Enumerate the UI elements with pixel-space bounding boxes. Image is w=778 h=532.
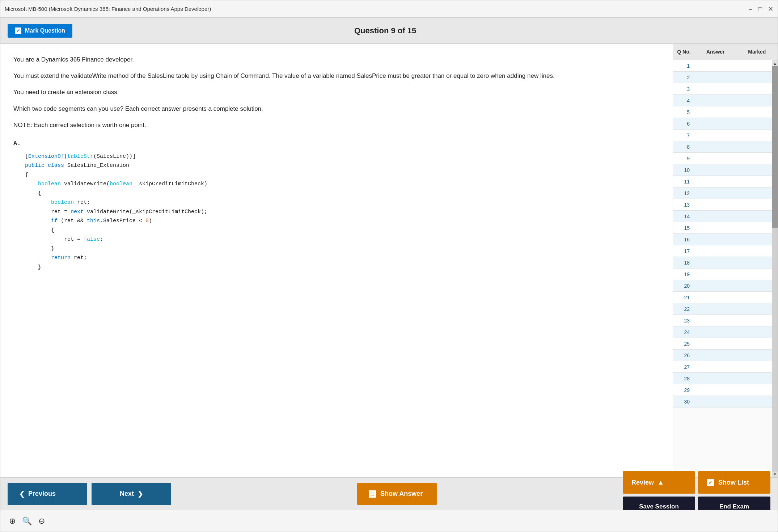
- zoom-out-icon[interactable]: ⊖: [38, 516, 45, 526]
- list-item[interactable]: 14: [673, 211, 772, 222]
- list-item[interactable]: 20: [673, 280, 772, 292]
- list-item[interactable]: 4: [673, 95, 772, 106]
- code-line-7: ret = next validateWrite(_skipCreditLimi…: [25, 207, 660, 217]
- zoom-bar: ⊕ 🔍 ⊖: [0, 510, 778, 532]
- code-line-8: if (ret && this.SalesPrice < 0): [25, 216, 660, 226]
- list-item[interactable]: 30: [673, 396, 772, 408]
- q-num: 4: [673, 98, 695, 104]
- list-item[interactable]: 8: [673, 141, 772, 153]
- zoom-in-icon[interactable]: ⊕: [9, 516, 16, 526]
- list-item[interactable]: 26: [673, 350, 772, 361]
- next-arrow-icon: ❯: [138, 490, 143, 498]
- list-item[interactable]: 22: [673, 303, 772, 315]
- list-item[interactable]: 6: [673, 118, 772, 130]
- list-item[interactable]: 9: [673, 153, 772, 164]
- q-num: 22: [673, 306, 695, 312]
- show-answer-checkbox-icon: □: [369, 490, 376, 498]
- list-item[interactable]: 29: [673, 384, 772, 396]
- app-window: Microsoft MB-500 (Microsoft Dynamics 365…: [0, 0, 778, 532]
- list-item[interactable]: 7: [673, 130, 772, 141]
- question-para-3: You need to create an extension class.: [13, 87, 660, 97]
- code-line-9: {: [25, 226, 660, 235]
- previous-label: Previous: [28, 490, 56, 498]
- q-num: 19: [673, 271, 695, 277]
- list-item[interactable]: 10: [673, 164, 772, 176]
- q-num: 21: [673, 295, 695, 300]
- right-scrollbar[interactable]: ▲ ▼: [772, 60, 778, 477]
- code-line-5: {: [25, 189, 660, 198]
- question-area: You are a Dynamics 365 Finance developer…: [0, 44, 673, 477]
- previous-button[interactable]: ❮ Previous: [8, 483, 87, 505]
- q-num: 9: [673, 156, 695, 161]
- q-num: 18: [673, 260, 695, 266]
- list-item[interactable]: 12: [673, 187, 772, 199]
- list-item[interactable]: 25: [673, 338, 772, 350]
- q-num: 5: [673, 109, 695, 115]
- main-content: You are a Dynamics 365 Finance developer…: [0, 44, 778, 477]
- scroll-track[interactable]: [772, 66, 778, 472]
- end-exam-label: End Exam: [719, 503, 749, 510]
- zoom-normal-icon[interactable]: 🔍: [22, 516, 32, 526]
- maximize-icon[interactable]: □: [758, 6, 762, 12]
- scroll-up-button[interactable]: ▲: [773, 61, 778, 66]
- question-text: You are a Dynamics 365 Finance developer…: [13, 55, 660, 130]
- code-block-a: A. [ExtensionOf(tableStr(SalesLine))] pu…: [13, 139, 660, 272]
- list-item[interactable]: 16: [673, 234, 772, 245]
- list-item[interactable]: 21: [673, 292, 772, 303]
- review-button[interactable]: Review ▲: [623, 471, 695, 494]
- q-num: 1: [673, 63, 695, 69]
- code-line-10: ret = false;: [25, 235, 660, 244]
- q-num: 13: [673, 202, 695, 208]
- code-line-6: boolean ret;: [25, 198, 660, 207]
- list-item[interactable]: 19: [673, 269, 772, 280]
- window-controls: – □ ✕: [749, 6, 773, 12]
- q-num: 7: [673, 132, 695, 138]
- list-item[interactable]: 18: [673, 257, 772, 269]
- list-item[interactable]: 13: [673, 199, 772, 211]
- close-icon[interactable]: ✕: [768, 6, 773, 12]
- mark-question-button[interactable]: ✓ Mark Question: [8, 24, 72, 38]
- question-title: Question 9 of 15: [354, 26, 416, 35]
- mark-question-checkbox-icon: ✓: [15, 28, 21, 34]
- q-num: 2: [673, 75, 695, 80]
- q-num: 8: [673, 144, 695, 150]
- list-item[interactable]: 15: [673, 222, 772, 234]
- q-num: 6: [673, 121, 695, 127]
- list-item[interactable]: 17: [673, 245, 772, 257]
- q-num: 20: [673, 283, 695, 289]
- next-button[interactable]: Next ❯: [92, 483, 171, 505]
- list-item[interactable]: 11: [673, 176, 772, 187]
- minimize-icon[interactable]: –: [749, 6, 752, 12]
- window-title: Microsoft MB-500 (Microsoft Dynamics 365…: [5, 6, 211, 12]
- code-line-4: boolean validateWrite(boolean _skipCredi…: [25, 180, 660, 189]
- show-list-button[interactable]: ✓ Show List: [698, 471, 770, 494]
- list-item[interactable]: 1: [673, 60, 772, 72]
- toolbar: ✓ Mark Question Question 9 of 15: [0, 18, 778, 44]
- list-item[interactable]: 3: [673, 83, 772, 95]
- right-panel: Q No. Answer Marked 1 2 3 4 5 6 7 8 9 10: [673, 44, 778, 477]
- q-num: 15: [673, 225, 695, 231]
- show-answer-button[interactable]: □ Show Answer: [357, 483, 437, 505]
- list-item[interactable]: 5: [673, 106, 772, 118]
- show-list-checkbox-icon: ✓: [707, 479, 714, 486]
- q-num: 26: [673, 352, 695, 358]
- q-num: 17: [673, 248, 695, 254]
- code-line-2: public class SalesLine_Extension: [25, 161, 660, 170]
- question-para-4: Which two code segments can you use? Eac…: [13, 104, 660, 114]
- list-item[interactable]: 24: [673, 326, 772, 338]
- list-item[interactable]: 27: [673, 361, 772, 373]
- option-a-letter: A.: [13, 139, 21, 149]
- right-panel-header: Q No. Answer Marked: [673, 44, 778, 60]
- q-num: 3: [673, 86, 695, 92]
- col-answer: Answer: [695, 47, 736, 56]
- q-num: 27: [673, 364, 695, 370]
- list-item[interactable]: 2: [673, 72, 772, 83]
- code-line-12: return ret;: [25, 253, 660, 263]
- code-line-1: [ExtensionOf(tableStr(SalesLine))]: [25, 152, 660, 161]
- q-num: 23: [673, 318, 695, 324]
- list-item[interactable]: 23: [673, 315, 772, 326]
- q-num: 16: [673, 237, 695, 242]
- scroll-down-button[interactable]: ▼: [773, 472, 778, 477]
- show-answer-label: Show Answer: [380, 490, 423, 498]
- list-item[interactable]: 28: [673, 373, 772, 384]
